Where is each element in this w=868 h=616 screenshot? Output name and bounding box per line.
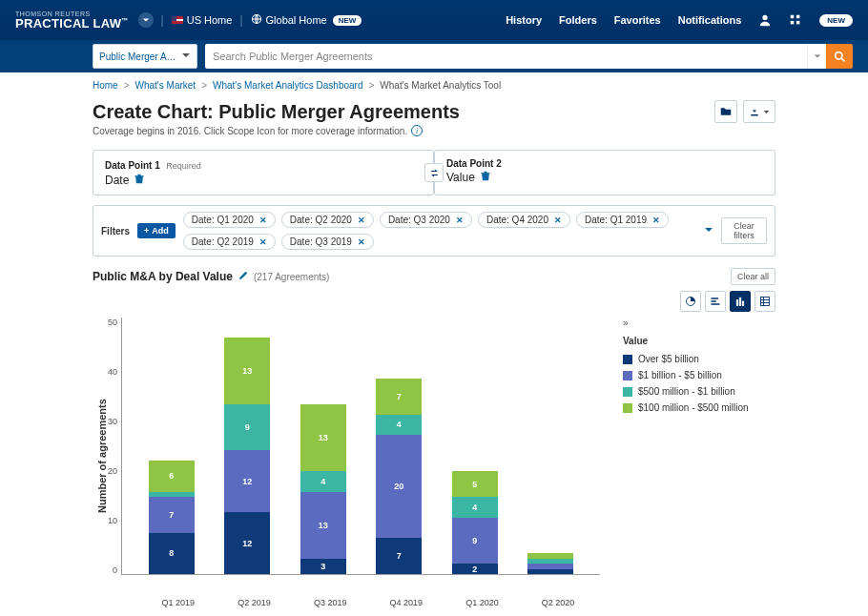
bar-column[interactable]: 876 [149,461,195,574]
chart-type-vbar[interactable] [730,291,751,312]
bar-segment[interactable]: 13 [300,492,346,559]
svg-rect-3 [796,15,800,19]
chevron-down-icon [181,51,191,62]
remove-chip-icon[interactable]: ✕ [358,237,365,247]
bar-column[interactable]: 1212913 [224,338,270,574]
bar-segment[interactable]: 2 [452,564,498,574]
chart-type-table[interactable] [754,291,775,312]
dp1-required: Required [166,161,201,171]
clear-all-button[interactable]: Clear all [731,268,775,285]
legend-item[interactable]: $500 million - $1 billion [623,386,775,397]
bar-segment[interactable]: 20 [376,435,422,538]
bar-segment[interactable]: 4 [452,497,498,518]
breadcrumb-current: What's Market Analytics Tool [380,80,501,91]
add-filter-button[interactable]: + Add [137,223,176,238]
edit-title-icon[interactable] [238,270,248,283]
filter-chip-label: Date: Q2 2019 [192,236,254,247]
nav-folders[interactable]: Folders [559,14,597,26]
bar-segment[interactable]: 9 [452,518,498,565]
nav-history[interactable]: History [506,14,542,26]
remove-chip-icon[interactable]: ✕ [554,216,562,225]
plus-icon: + [144,226,149,236]
nav-notifications[interactable]: Notifications [678,14,742,26]
add-filter-label: Add [152,226,169,236]
bar-segment[interactable]: 4 [376,415,422,436]
bar-segment[interactable]: 3 [300,559,346,574]
chart-count: (217 Agreements) [254,272,330,282]
download-button[interactable] [743,100,775,123]
trash-icon[interactable] [134,174,144,187]
svg-line-7 [841,58,844,61]
remove-chip-icon[interactable]: ✕ [259,216,267,225]
search-suggestions-caret[interactable] [807,44,826,69]
bar-segment[interactable]: 12 [224,450,270,512]
bar-segment[interactable]: 7 [149,497,195,533]
x-axis-ticks: Q1 2019Q2 2019Q3 2019Q4 2019Q1 2020Q2 20… [129,594,608,607]
info-icon[interactable]: i [411,125,423,136]
legend-label: Over $5 billion [638,354,699,364]
filter-chip[interactable]: Date: Q1 2019✕ [576,212,669,228]
data-point-1-card[interactable]: Data Point 1 Required Date [93,150,434,195]
coverage-line: Coverage begins in 2016. Click Scope Ico… [93,125,775,136]
bar-segment[interactable]: 7 [376,379,422,415]
bar-column[interactable]: 2945 [452,471,498,574]
bar-segment[interactable]: 9 [224,404,270,451]
search-button[interactable] [826,44,853,69]
bar-segment[interactable] [527,569,573,574]
bar-segment[interactable]: 12 [224,512,270,574]
filter-chip[interactable]: Date: Q1 2020✕ [183,212,276,228]
user-icon[interactable] [758,13,772,27]
bar-column[interactable] [527,553,573,574]
search-wrap [205,44,853,69]
legend-collapse-icon[interactable]: » [623,318,629,328]
remove-chip-icon[interactable]: ✕ [652,216,660,225]
filter-chip[interactable]: Date: Q2 2020✕ [281,212,374,228]
bar-segment[interactable]: 7 [376,538,422,574]
breadcrumb-link[interactable]: What's Market Analytics Dashboard [213,80,363,91]
search-input[interactable] [205,44,807,69]
clear-filters-button[interactable]: Clear filters [721,217,767,244]
remove-chip-icon[interactable]: ✕ [259,237,267,247]
global-home-link[interactable]: Global Home [251,13,327,27]
global-home-label: Global Home [266,14,327,26]
legend-title: Value [623,336,775,346]
nav-new-pill[interactable]: NEW [819,14,853,27]
bar-segment[interactable]: 6 [149,461,195,491]
filter-chip[interactable]: Date: Q3 2019✕ [281,234,374,250]
legend-item[interactable]: Over $5 billion [623,354,775,364]
bar-column[interactable]: 72047 [376,379,422,574]
data-point-2-card[interactable]: Data Point 2 Value [434,150,775,195]
filter-chip[interactable]: Date: Q3 2020✕ [380,212,472,228]
remove-chip-icon[interactable]: ✕ [358,216,365,225]
svg-rect-11 [712,303,720,305]
filter-chip[interactable]: Date: Q4 2020✕ [478,212,570,228]
bar-column[interactable]: 313413 [300,404,346,574]
brand-chevron[interactable] [138,12,154,28]
chart-type-pie[interactable] [680,291,701,312]
bar-segment[interactable]: 13 [300,404,346,471]
filters-expand-caret[interactable] [704,224,713,237]
nav-favorites[interactable]: Favorites [614,14,661,26]
bar-segment[interactable]: 5 [452,471,498,497]
swap-button[interactable] [424,163,444,182]
bar-segment[interactable]: 13 [224,338,270,404]
filter-chip[interactable]: Date: Q2 2019✕ [183,234,276,250]
remove-chip-icon[interactable]: ✕ [456,216,464,225]
plot-wrap: Number of agreements 50403020100 8761212… [93,318,608,594]
y-tick: 10 [108,516,117,525]
us-flag-icon [172,16,183,24]
chevron-down-icon [763,105,770,118]
nav-more[interactable] [789,13,802,27]
chart-type-hbar[interactable] [705,291,726,312]
save-folder-button[interactable] [714,100,737,123]
us-home-link[interactable]: US Home [172,14,233,26]
bar-segment[interactable]: 8 [149,533,195,574]
legend-item[interactable]: $100 million - $500 million [623,402,775,413]
trash-icon[interactable] [481,171,490,184]
filters-label: Filters [101,226,130,236]
breadcrumb-link[interactable]: Home [93,80,118,91]
legend-item[interactable]: $1 billion - $5 billion [623,370,775,380]
bar-segment[interactable]: 4 [300,471,346,492]
search-scope-dropdown[interactable]: Public Merger Agree… [93,44,197,69]
breadcrumb-link[interactable]: What's Market [135,80,196,91]
